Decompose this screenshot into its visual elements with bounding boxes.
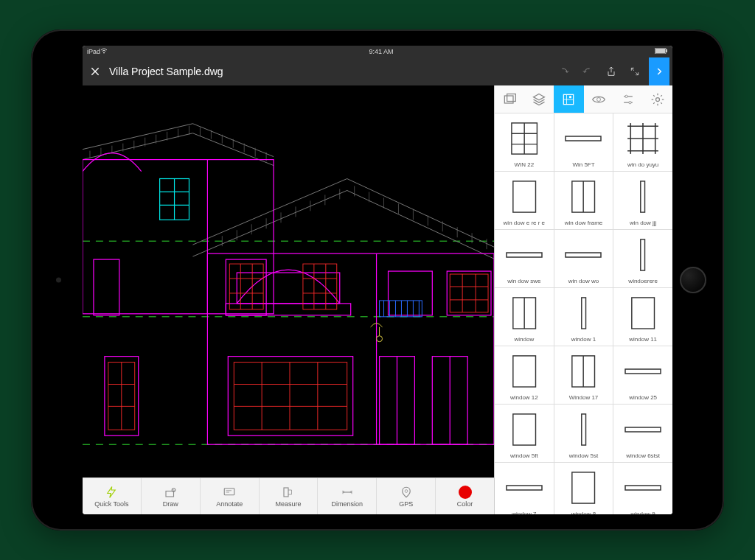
- block-item[interactable]: win dow frame: [554, 172, 613, 229]
- tool-label: Annotate: [216, 500, 243, 508]
- block-thumb: [615, 175, 671, 219]
- svg-rect-50: [389, 271, 433, 315]
- svg-rect-145: [625, 369, 661, 374]
- svg-rect-149: [507, 486, 542, 490]
- ipad-frame: iPad 9:41 AM Villa Project Sample.dwg: [31, 29, 724, 531]
- block-item[interactable]: win dow e re r e: [495, 172, 554, 229]
- canvas-column: Quick Tools Draw Annotate Measure: [83, 85, 494, 514]
- content-row: Quick Tools Draw Annotate Measure: [83, 85, 672, 514]
- svg-rect-110: [504, 96, 513, 103]
- undo-icon[interactable]: [554, 57, 574, 85]
- panel-tab-layouts[interactable]: [495, 85, 524, 113]
- svg-rect-46: [226, 259, 266, 315]
- block-thumb: [496, 233, 552, 277]
- close-icon[interactable]: [86, 57, 105, 85]
- block-item[interactable]: window 12: [495, 346, 554, 404]
- block-label: window 12: [510, 395, 538, 401]
- block-thumb: [615, 116, 671, 161]
- block-item[interactable]: window 25: [613, 346, 672, 404]
- svg-rect-124: [566, 136, 601, 141]
- block-label: window 9: [630, 511, 655, 514]
- panel-tab-properties[interactable]: [613, 85, 643, 113]
- block-item[interactable]: window 8: [554, 463, 613, 514]
- block-item[interactable]: win dow jjj: [613, 172, 672, 229]
- share-icon[interactable]: [602, 57, 621, 85]
- svg-point-118: [629, 101, 631, 103]
- tool-color[interactable]: Color: [436, 478, 494, 514]
- block-label: win dow frame: [565, 220, 603, 226]
- block-label: win dow swe: [507, 279, 540, 284]
- svg-rect-146: [512, 414, 535, 445]
- svg-rect-147: [582, 414, 586, 445]
- panel-tab-blocks[interactable]: [554, 85, 583, 113]
- block-label: win dow jjj: [630, 220, 656, 226]
- block-item[interactable]: WIN 22: [495, 113, 554, 171]
- block-item[interactable]: window 9: [613, 463, 672, 514]
- block-label: win dow e re r e: [504, 220, 545, 226]
- tool-gps[interactable]: GPS: [377, 478, 436, 514]
- svg-rect-89: [380, 301, 422, 317]
- svg-rect-101: [224, 488, 234, 494]
- block-grid[interactable]: WIN 22 Win 5FT win do yuyu win dow e re …: [495, 113, 672, 514]
- block-item[interactable]: window 11: [613, 288, 672, 346]
- block-thumb: [496, 291, 552, 335]
- panel-tab-settings[interactable]: [643, 85, 672, 113]
- svg-rect-141: [632, 298, 655, 329]
- block-thumb: [556, 291, 612, 335]
- block-item[interactable]: windoerere: [613, 230, 672, 287]
- tool-label: Quick Tools: [94, 500, 128, 508]
- block-item[interactable]: window 1: [554, 288, 613, 346]
- svg-rect-44: [83, 160, 274, 314]
- screen: iPad 9:41 AM Villa Project Sample.dwg: [83, 46, 672, 514]
- wifi-icon: [100, 48, 108, 55]
- svg-point-117: [625, 95, 627, 97]
- tool-label: Color: [457, 500, 473, 508]
- tool-dimension[interactable]: Dimension: [318, 478, 377, 514]
- panel-tabs: [495, 85, 672, 113]
- svg-rect-111: [507, 94, 516, 101]
- panel-tab-layers[interactable]: [524, 85, 554, 113]
- svg-rect-104: [284, 488, 288, 497]
- battery-icon: [655, 48, 668, 55]
- home-button[interactable]: [680, 267, 706, 293]
- block-thumb: [615, 349, 671, 393]
- block-label: window 1: [571, 337, 596, 343]
- svg-rect-150: [572, 472, 595, 503]
- svg-point-98: [377, 336, 383, 342]
- block-label: Window 17: [569, 395, 599, 401]
- panel-tab-views[interactable]: [584, 85, 613, 113]
- tool-label: GPS: [399, 500, 413, 508]
- document-title: Villa Project Sample.dwg: [109, 66, 223, 77]
- block-thumb: [556, 466, 612, 510]
- svg-rect-137: [641, 239, 645, 270]
- block-item[interactable]: Window 17: [554, 346, 613, 404]
- block-label: win do yuyu: [627, 162, 658, 168]
- tool-measure[interactable]: Measure: [260, 478, 319, 514]
- tool-annotate[interactable]: Annotate: [201, 478, 260, 514]
- block-item[interactable]: window 5st: [554, 405, 613, 462]
- block-item[interactable]: window 6stst: [613, 405, 672, 462]
- redo-icon[interactable]: [578, 57, 597, 85]
- block-label: window 25: [629, 395, 657, 401]
- block-thumb: [615, 407, 671, 452]
- block-label: win dow wo: [568, 279, 599, 284]
- block-item[interactable]: window 7: [495, 463, 554, 514]
- block-item[interactable]: win dow swe: [495, 230, 554, 287]
- block-item[interactable]: win do yuyu: [613, 113, 672, 171]
- block-thumb: [556, 175, 612, 219]
- tool-draw[interactable]: Draw: [142, 478, 201, 514]
- block-item[interactable]: window: [495, 288, 554, 346]
- block-thumb: [615, 291, 671, 335]
- panel-toggle-button[interactable]: [649, 57, 669, 85]
- carrier-label: iPad: [87, 48, 100, 55]
- drawing-canvas[interactable]: [83, 85, 494, 477]
- block-item[interactable]: win dow wo: [554, 230, 613, 287]
- block-item[interactable]: Win 5FT: [554, 113, 613, 171]
- status-bar: iPad 9:41 AM: [83, 46, 672, 57]
- svg-point-114: [596, 97, 600, 101]
- color-swatch-icon: [459, 486, 472, 499]
- tool-quick-tools[interactable]: Quick Tools: [83, 478, 142, 514]
- svg-rect-142: [512, 356, 535, 387]
- fullscreen-icon[interactable]: [625, 57, 644, 85]
- block-item[interactable]: window 5ft: [495, 405, 554, 462]
